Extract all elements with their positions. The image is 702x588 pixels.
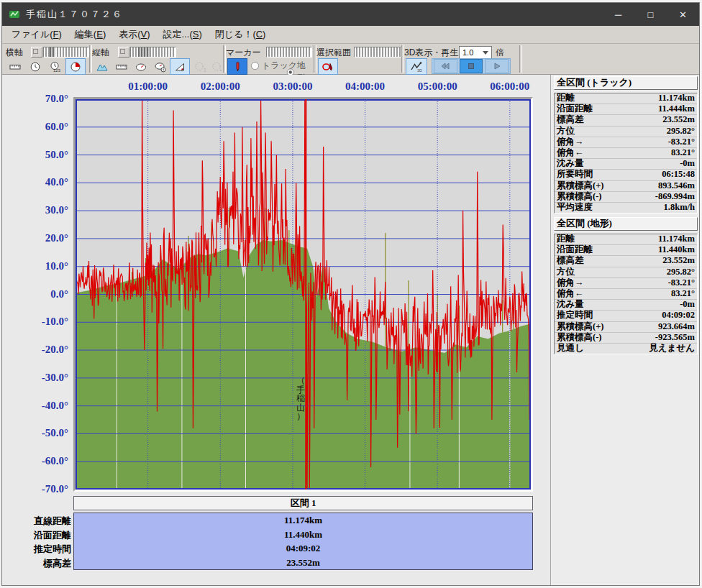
selection-slider[interactable]: [354, 47, 401, 58]
stat-value: 見えません: [649, 344, 695, 354]
y-axis-label: -70.0°: [2, 483, 68, 495]
mountain-icon[interactable]: [92, 58, 112, 75]
path-3d-icon[interactable]: 3D: [406, 58, 427, 75]
horizontal-axis-reset-button[interactable]: [31, 47, 42, 58]
stat-label: 所要時間: [557, 170, 593, 180]
speed-value: 1.0: [462, 48, 473, 57]
gauge-icon[interactable]: [131, 58, 151, 75]
y-axis-label: -40.0°: [2, 400, 68, 412]
stat-row: 推定時間04:09:02: [555, 311, 697, 321]
svg-text:123: 123: [53, 68, 61, 73]
close-button[interactable]: ✕: [667, 3, 699, 26]
stat-row: 沿面距離11.440km: [555, 245, 697, 256]
playback-controls: [432, 58, 511, 74]
plot-frame: （手稲山）: [73, 97, 533, 492]
stat-label: 方位: [557, 267, 575, 277]
clock-icon[interactable]: [25, 58, 45, 75]
group-marker: マーカー トラック 地形: [226, 45, 312, 73]
horizontal-axis-slider[interactable]: [43, 47, 89, 58]
stop-button[interactable]: [460, 59, 483, 73]
stat-row: 俯角←83.21°: [555, 148, 697, 159]
stat-label: 距離: [557, 93, 575, 104]
svg-text:3D: 3D: [417, 68, 422, 73]
stat-row: 見通し見えません: [555, 344, 697, 354]
stat-row: 俯角→-83.21°: [555, 137, 697, 148]
stat-label: 沈み量: [557, 159, 584, 169]
section-row-value: 23.552m: [74, 556, 532, 570]
horizontal-axis-label: 横軸: [6, 47, 23, 59]
menu-item-0[interactable]: ファイル(F): [5, 27, 68, 42]
clock-pie-icon[interactable]: [65, 58, 86, 75]
stat-row: 累積標高(-)-923.565m: [555, 333, 697, 344]
marker-pen-icon[interactable]: [227, 58, 247, 75]
ghost-1-icon: 1: [191, 58, 209, 75]
stat-row: 平均速度1.8km/h: [555, 203, 697, 213]
x-axis-label: 04:00:00: [335, 81, 396, 93]
chevron-down-icon: [483, 51, 488, 55]
stat-row: 所要時間06:15:48: [555, 170, 697, 180]
y-axis-label: 30.0°: [2, 204, 68, 216]
stat-value: 11.174km: [658, 234, 695, 244]
stat-value: 1.8km/h: [664, 203, 695, 213]
speed-combobox[interactable]: 1.0: [459, 46, 492, 59]
minimize-button[interactable]: ─: [602, 3, 634, 26]
stat-row: 方位295.82°: [555, 127, 697, 137]
stat-value: -83.21°: [668, 278, 695, 288]
rewind-button[interactable]: [434, 59, 457, 73]
angle-icon[interactable]: [170, 58, 190, 75]
x-axis-label: 03:00:00: [263, 81, 323, 93]
ruler-icon[interactable]: [111, 58, 132, 75]
section-stats-panel: 11.174km11.440km04:09:0223.552m: [73, 513, 533, 570]
x-axis-label: 05:00:00: [407, 81, 468, 93]
y-axis-label: -20.0°: [2, 344, 68, 356]
stats-group-title-1: 全区間 (地形): [554, 217, 698, 231]
stat-label: 推定時間: [557, 311, 593, 321]
play-button[interactable]: [485, 59, 509, 73]
stat-label: 累積標高(+): [557, 322, 603, 332]
ruler-icon[interactable]: [5, 58, 25, 75]
gauge-clock-icon[interactable]: [150, 58, 170, 75]
stat-value: -0m: [680, 159, 695, 169]
stat-label: 沿面距離: [557, 104, 593, 114]
stat-row: 俯角←83.21°: [555, 289, 697, 300]
y-axis-label: 20.0°: [2, 232, 68, 244]
marker-slider[interactable]: [266, 47, 312, 58]
section-row-label: 標高差: [11, 557, 71, 570]
vertical-axis-reset-button[interactable]: [118, 47, 129, 58]
window-title: 手稲山１７０７２６: [26, 8, 123, 21]
clock-123-icon[interactable]: 123: [45, 58, 65, 75]
section-row-label: 直線距離: [11, 515, 71, 528]
toolbar-separator: [519, 45, 522, 73]
menu-item-2[interactable]: 表示(V): [112, 27, 156, 42]
stat-value: 06:15:48: [662, 170, 695, 180]
stat-value: 83.21°: [671, 148, 695, 158]
slope-graph[interactable]: （手稲山）: [76, 99, 531, 490]
y-axis-label: -50.0°: [2, 427, 68, 439]
stat-row: 累積標高(+)893.546m: [555, 181, 697, 192]
stats-table-1: 距離11.174km沿面距離11.440km標高差23.552m方位295.82…: [554, 234, 698, 354]
vertical-axis-slider[interactable]: [130, 47, 176, 58]
stat-label: 沿面距離: [557, 245, 593, 255]
stat-label: 沈み量: [557, 300, 584, 310]
menu-item-1[interactable]: 編集(E): [68, 27, 112, 42]
y-axis-label: 50.0°: [2, 149, 68, 161]
stat-row: 方位295.82°: [555, 267, 697, 278]
section-row-value: 11.440km: [74, 528, 532, 542]
stats-sidebar: 全区間 (トラック)距離11.174km沿面距離11.444km標高差23.55…: [550, 75, 699, 586]
stats-group-title-0: 全区間 (トラック): [554, 76, 698, 90]
stat-value: 83.21°: [671, 289, 695, 299]
x-axis-label: 02:00:00: [190, 81, 250, 93]
titlebar: 手稲山１７０７２６ ─ □ ✕: [2, 3, 699, 26]
section-row-value: 11.174km: [74, 513, 532, 528]
y-axis-label: 10.0°: [2, 260, 68, 272]
lasso-pen-icon[interactable]: [318, 58, 338, 75]
stat-value: 893.546m: [658, 181, 695, 191]
menu-item-4[interactable]: 閉じる！(C): [209, 27, 273, 42]
stat-label: 累積標高(-): [557, 192, 602, 202]
maximize-button[interactable]: □: [634, 3, 667, 26]
menu-item-3[interactable]: 設定...(S): [157, 27, 209, 42]
stat-label: 標高差: [557, 115, 584, 125]
group-playback: 3D表示・再生 1.0 倍 3D: [404, 45, 518, 73]
stat-label: 距離: [557, 234, 575, 244]
y-axis-label: 70.0°: [2, 93, 68, 105]
